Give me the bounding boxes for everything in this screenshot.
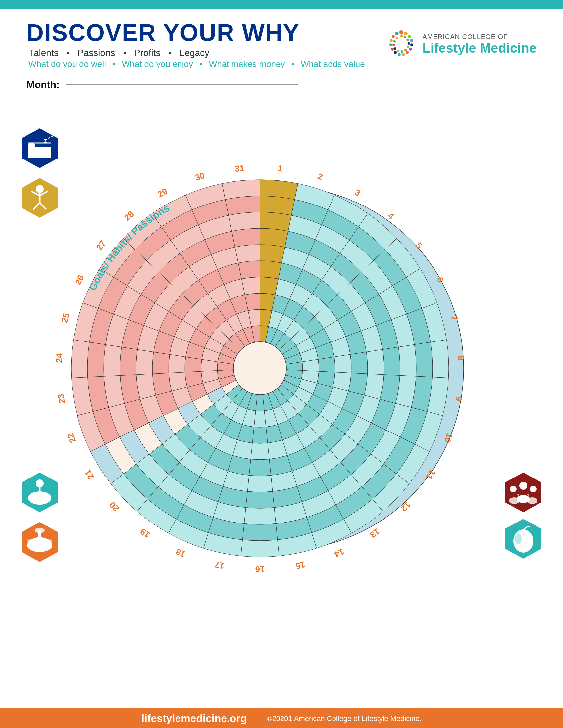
day-number-15: 15: [295, 559, 306, 571]
day-number-14: 14: [333, 546, 346, 559]
chart-area: z z z: [0, 94, 563, 656]
day-number-16: 16: [255, 564, 265, 574]
svg-point-26: [396, 37, 398, 39]
day-number-22: 22: [65, 432, 78, 444]
bullet6: •: [292, 59, 297, 69]
footer-website: lifestylemedicine.org: [141, 712, 247, 725]
profits-label: Profits: [134, 48, 160, 58]
day-number-25: 25: [59, 312, 71, 324]
month-section: Month:: [0, 72, 563, 90]
day-number-21: 21: [82, 468, 96, 481]
svg-point-20: [404, 49, 407, 51]
logo-dots-icon: [387, 29, 416, 59]
svg-point-51: [35, 528, 45, 533]
day-number-23: 23: [56, 393, 67, 404]
footer-copyright: ©20201 American College of Lifestyle Med…: [266, 714, 421, 723]
header: DISCOVER YOUR WHY Talents • Passions • P…: [0, 9, 563, 72]
bullet1: •: [67, 48, 72, 58]
svg-point-17: [407, 38, 409, 41]
day-number-31: 31: [234, 163, 245, 174]
day-number-12: 12: [399, 500, 413, 514]
day-number-27: 27: [94, 239, 108, 252]
legacy-label: Legacy: [179, 48, 209, 58]
day-number-7: 7: [449, 314, 460, 322]
day-number-1: 1: [277, 163, 283, 173]
svg-point-22: [397, 50, 399, 52]
svg-text:Goals/ Habits/ Passions: Goals/ Habits/ Passions: [83, 110, 188, 112]
svg-point-25: [394, 40, 396, 42]
svg-point-63: [527, 494, 529, 496]
svg-point-57: [510, 486, 517, 492]
header-left: DISCOVER YOUR WHY Talents • Passions • P…: [26, 19, 367, 69]
day-number-6: 6: [435, 276, 446, 284]
day-number-8: 8: [456, 355, 466, 361]
day-number-10: 10: [442, 432, 455, 444]
day-number-28: 28: [122, 209, 136, 223]
month-underline: [66, 84, 298, 85]
svg-point-1: [404, 32, 408, 35]
subtitle-line1: Talents • Passions • Profits • Legacy: [26, 48, 367, 58]
svg-point-23: [394, 47, 397, 50]
bullet3: •: [168, 48, 174, 58]
day-number-4: 4: [386, 210, 396, 221]
day-number-20: 20: [107, 500, 121, 514]
what-do-well: What do you do well: [28, 59, 106, 69]
day-number-9: 9: [453, 396, 464, 402]
svg-point-8: [398, 53, 401, 56]
day-number-24: 24: [54, 353, 64, 363]
main-circular-chart: 1234567891011121314151617181920212223242…: [45, 117, 475, 613]
logo-bottom-text: Lifestyle Medicine: [422, 41, 537, 55]
day-number-13: 13: [368, 526, 382, 540]
svg-point-62: [517, 494, 519, 496]
svg-point-58: [530, 486, 537, 492]
svg-point-24: [393, 44, 395, 46]
day-number-19: 19: [138, 526, 152, 540]
passions-label: Passions: [77, 48, 115, 58]
top-bar: [0, 0, 563, 9]
footer-content: lifestylemedicine.org ©20201 American Co…: [0, 712, 563, 725]
svg-point-11: [390, 43, 393, 46]
day-number-11: 11: [424, 468, 438, 481]
day-number-26: 26: [73, 273, 86, 286]
day-number-2: 2: [316, 171, 324, 182]
bullet5: •: [199, 59, 205, 69]
svg-point-10: [391, 47, 394, 50]
day-number-3: 3: [353, 187, 362, 198]
svg-point-6: [406, 51, 409, 54]
svg-point-15: [400, 34, 403, 37]
svg-point-21: [401, 50, 403, 53]
what-enjoy: What do you enjoy: [122, 59, 193, 69]
main-title: DISCOVER YOUR WHY: [26, 19, 367, 46]
what-value: What adds value: [301, 59, 365, 69]
svg-point-2: [408, 35, 411, 38]
svg-point-4: [410, 43, 413, 46]
month-label: Month:: [26, 79, 60, 90]
svg-point-16: [404, 36, 406, 38]
community-icon: [502, 471, 545, 514]
svg-point-7: [402, 53, 405, 56]
bullet4: •: [112, 59, 117, 69]
svg-point-61: [527, 497, 538, 504]
svg-marker-55: [505, 473, 541, 512]
header-right: AMERICAN COLLEGE OF Lifestyle Medicine: [387, 29, 537, 59]
bullet2: •: [123, 48, 129, 58]
day-number-18: 18: [174, 546, 187, 559]
talent-label: Talents: [29, 48, 59, 58]
svg-point-18: [408, 42, 410, 44]
svg-point-14: [396, 32, 399, 35]
svg-point-0: [399, 30, 404, 34]
day-number-30: 30: [194, 170, 206, 183]
svg-point-42: [36, 479, 44, 487]
svg-point-9: [394, 51, 397, 54]
svg-point-19: [407, 46, 409, 48]
apple-icon: [502, 517, 545, 560]
svg-point-56: [519, 482, 527, 490]
day-number-17: 17: [214, 559, 225, 571]
logo-top-text: AMERICAN COLLEGE OF: [422, 33, 537, 41]
svg-point-12: [390, 39, 393, 42]
day-number-5: 5: [414, 240, 425, 250]
subtitle-line2: What do you do well • What do you enjoy …: [26, 59, 367, 69]
svg-point-35: [36, 185, 44, 193]
bottom-bar: lifestylemedicine.org ©20201 American Co…: [0, 708, 563, 728]
svg-point-60: [509, 497, 520, 504]
